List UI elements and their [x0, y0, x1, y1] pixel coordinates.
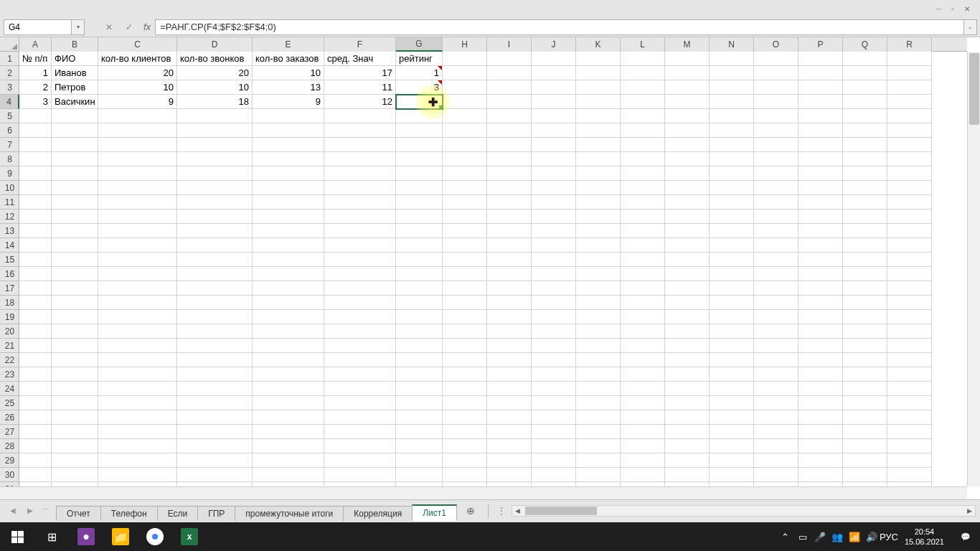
cell-A13[interactable]: [19, 224, 52, 238]
cell-P19[interactable]: [798, 310, 843, 324]
cell-P6[interactable]: [798, 123, 843, 138]
cell-P17[interactable]: [798, 281, 843, 296]
cell-K28[interactable]: [576, 439, 621, 453]
cell-L20[interactable]: [621, 324, 665, 339]
cell-D17[interactable]: [177, 281, 253, 296]
cell-F29[interactable]: [324, 453, 396, 468]
sheet-tab-Отчет[interactable]: Отчет: [56, 506, 101, 521]
cell-L8[interactable]: [621, 152, 665, 166]
cell-B8[interactable]: [52, 152, 98, 166]
cell-B20[interactable]: [52, 324, 98, 339]
cell-N24[interactable]: [710, 382, 754, 396]
cell-N29[interactable]: [710, 453, 754, 468]
cell-D21[interactable]: [177, 339, 253, 353]
cell-K25[interactable]: [576, 396, 621, 410]
cell-F20[interactable]: [324, 324, 396, 339]
cell-I25[interactable]: [487, 396, 532, 410]
cell-I27[interactable]: [487, 425, 532, 439]
row-header-27[interactable]: 27: [0, 425, 19, 439]
column-header-K[interactable]: K: [576, 37, 621, 52]
cell-E30[interactable]: [253, 468, 324, 482]
cell-N14[interactable]: [710, 238, 754, 253]
cell-B19[interactable]: [52, 310, 98, 324]
column-header-R[interactable]: R: [887, 37, 932, 52]
cell-B28[interactable]: [52, 439, 98, 453]
cell-H8[interactable]: [443, 152, 487, 166]
cell-E25[interactable]: [253, 396, 324, 410]
add-sheet-button[interactable]: ⊕: [462, 502, 479, 519]
tray-expand-icon[interactable]: ⌃: [777, 522, 794, 551]
cell-F27[interactable]: [324, 425, 396, 439]
cell-D19[interactable]: [177, 310, 253, 324]
cell-N30[interactable]: [710, 468, 754, 482]
cell-H27[interactable]: [443, 425, 487, 439]
cell-N22[interactable]: [710, 353, 754, 367]
cell-I6[interactable]: [487, 123, 532, 138]
cell-D24[interactable]: [177, 382, 253, 396]
cell-B14[interactable]: [52, 238, 98, 253]
cell-A24[interactable]: [19, 382, 52, 396]
cell-I8[interactable]: [487, 152, 532, 166]
cell-D4[interactable]: 18: [177, 95, 253, 109]
cell-D23[interactable]: [177, 367, 253, 382]
cell-B6[interactable]: [52, 123, 98, 138]
cell-D13[interactable]: [177, 224, 253, 238]
cell-E20[interactable]: [253, 324, 324, 339]
cell-N4[interactable]: [710, 95, 754, 109]
cell-M9[interactable]: [665, 166, 710, 181]
cell-O5[interactable]: [754, 109, 798, 123]
cell-M12[interactable]: [665, 209, 710, 224]
cell-Q30[interactable]: [843, 468, 887, 482]
cell-G14[interactable]: [396, 238, 443, 253]
cell-M13[interactable]: [665, 224, 710, 238]
cell-I26[interactable]: [487, 410, 532, 425]
row-header-23[interactable]: 23: [0, 367, 19, 382]
cell-J4[interactable]: [532, 95, 576, 109]
cell-C18[interactable]: [98, 296, 177, 310]
cell-C22[interactable]: [98, 353, 177, 367]
cell-C10[interactable]: [98, 181, 177, 195]
cell-H14[interactable]: [443, 238, 487, 253]
cell-R22[interactable]: [887, 353, 932, 367]
sheet-nav-more-icon[interactable]: ⋯: [42, 505, 49, 517]
cell-O27[interactable]: [754, 425, 798, 439]
start-button[interactable]: [0, 522, 34, 551]
cell-H17[interactable]: [443, 281, 487, 296]
cell-N11[interactable]: [710, 195, 754, 209]
cell-B3[interactable]: Петров: [52, 80, 98, 95]
cell-Q26[interactable]: [843, 410, 887, 425]
cell-M28[interactable]: [665, 439, 710, 453]
taskbar-app-recorder[interactable]: ●: [69, 522, 103, 551]
cell-C30[interactable]: [98, 468, 177, 482]
sheet-tab-ГПР[interactable]: ГПР: [197, 506, 235, 521]
cell-J29[interactable]: [532, 453, 576, 468]
cell-C28[interactable]: [98, 439, 177, 453]
cell-N1[interactable]: [710, 52, 754, 66]
cell-B30[interactable]: [52, 468, 98, 482]
cell-D30[interactable]: [177, 468, 253, 482]
cell-B17[interactable]: [52, 281, 98, 296]
cell-J18[interactable]: [532, 296, 576, 310]
cell-P20[interactable]: [798, 324, 843, 339]
cell-G6[interactable]: [396, 123, 443, 138]
cell-N28[interactable]: [710, 439, 754, 453]
cell-F5[interactable]: [324, 109, 396, 123]
cell-I7[interactable]: [487, 138, 532, 152]
cell-I5[interactable]: [487, 109, 532, 123]
cell-C7[interactable]: [98, 138, 177, 152]
cell-G21[interactable]: [396, 339, 443, 353]
cell-B10[interactable]: [52, 181, 98, 195]
cell-G3[interactable]: 3: [396, 80, 443, 95]
column-header-H[interactable]: H: [443, 37, 487, 52]
cell-A25[interactable]: [19, 396, 52, 410]
cell-E5[interactable]: [253, 109, 324, 123]
cell-R8[interactable]: [887, 152, 932, 166]
cell-Q12[interactable]: [843, 209, 887, 224]
cell-M21[interactable]: [665, 339, 710, 353]
cell-F28[interactable]: [324, 439, 396, 453]
cell-E26[interactable]: [253, 410, 324, 425]
cell-G27[interactable]: [396, 425, 443, 439]
cell-J19[interactable]: [532, 310, 576, 324]
column-header-C[interactable]: C: [98, 37, 177, 52]
cell-J26[interactable]: [532, 410, 576, 425]
